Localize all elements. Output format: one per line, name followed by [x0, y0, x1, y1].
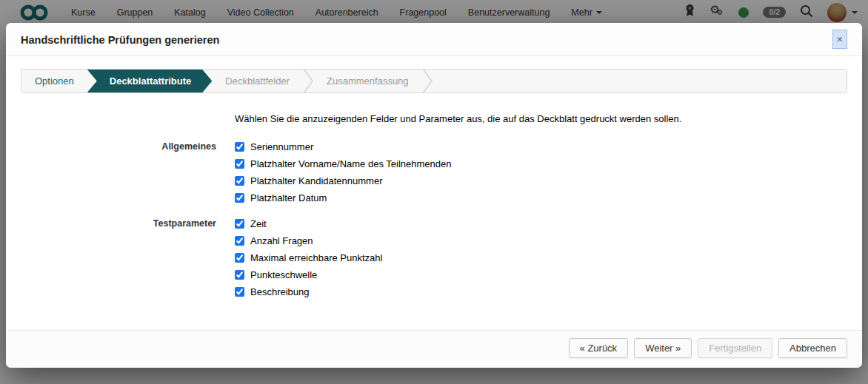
checkbox-zeit[interactable]	[235, 219, 244, 229]
wizard-step-deckblattfelder[interactable]: Deckblattfelder	[212, 70, 303, 92]
intro-text: Wählen Sie die anzuzeigenden Felder und …	[216, 113, 681, 124]
checkbox-row-anzahl-fragen: Anzahl Fragen	[235, 232, 382, 249]
checkbox-row-platzhalter-datum: Platzhalter Datum	[235, 189, 451, 206]
wizard-step-deckblattattribute[interactable]: Deckblattattribute	[87, 70, 213, 92]
back-button[interactable]: « Zurück	[569, 338, 629, 358]
checkbox-maximale-punktzahl[interactable]	[235, 253, 244, 263]
checkbox-row-platzhalter-kandidatennummer: Platzhalter Kandidatennummer	[235, 172, 451, 189]
allgemeines-options: Seriennummer Platzhalter Vorname/Name de…	[216, 138, 451, 206]
step-chevron-icon	[422, 70, 433, 92]
checkbox-beschreibung[interactable]	[235, 287, 244, 297]
section-label-allgemeines: Allgemeines	[6, 138, 216, 152]
close-button[interactable]: ×	[832, 30, 847, 49]
dialog-header: Handschriftliche Prüfungen generieren ×	[6, 23, 862, 56]
checkbox-row-punkteschwelle: Punkteschwelle	[235, 266, 382, 283]
checkbox-seriennummer[interactable]	[235, 142, 244, 152]
step-chevron-icon	[303, 70, 313, 92]
testparameter-options: Zeit Anzahl Fragen Maximal erreichbare P…	[216, 215, 382, 300]
dialog-footer: « Zurück Weiter » Fertigstellen Abbreche…	[6, 330, 862, 368]
checkbox-label: Anzahl Fragen	[250, 235, 313, 246]
checkbox-row-maximale-punktzahl: Maximal erreichbare Punktzahl	[235, 249, 382, 266]
checkbox-platzhalter-vorname[interactable]	[235, 159, 244, 169]
checkbox-label: Beschreibung	[250, 286, 310, 297]
checkbox-label: Platzhalter Vorname/Name des Teilnehmend…	[250, 158, 451, 169]
checkbox-label: Maximal erreichbare Punktzahl	[250, 252, 382, 263]
checkbox-punkteschwelle[interactable]	[235, 270, 244, 280]
finish-button: Fertigstellen	[698, 338, 772, 358]
checkbox-label: Platzhalter Datum	[250, 192, 327, 203]
cancel-button[interactable]: Abbrechen	[778, 338, 847, 358]
checkbox-anzahl-fragen[interactable]	[235, 236, 244, 246]
next-button[interactable]: Weiter »	[634, 338, 692, 358]
checkbox-label: Punkteschwelle	[250, 269, 317, 280]
generate-exams-dialog: Handschriftliche Prüfungen generieren × …	[6, 23, 862, 368]
close-icon: ×	[837, 33, 844, 45]
wizard-step-zusammenfassung[interactable]: Zusammenfassung	[313, 70, 422, 92]
wizard-steps: Optionen Deckblattattribute Deckblattfel…	[21, 69, 847, 93]
dialog-title: Handschriftliche Prüfungen generieren	[21, 34, 219, 46]
checkbox-label: Zeit	[250, 218, 267, 229]
section-label-testparameter: Testparameter	[6, 215, 216, 229]
checkbox-platzhalter-kandidatennummer[interactable]	[235, 176, 244, 186]
checkbox-row-platzhalter-vorname: Platzhalter Vorname/Name des Teilnehmend…	[235, 155, 451, 172]
checkbox-row-beschreibung: Beschreibung	[235, 283, 382, 300]
checkbox-label: Seriennummer	[250, 141, 313, 152]
checkbox-row-zeit: Zeit	[235, 215, 382, 232]
checkbox-label: Platzhalter Kandidatennummer	[250, 175, 383, 186]
checkbox-platzhalter-datum[interactable]	[235, 193, 244, 203]
checkbox-row-seriennummer: Seriennummer	[235, 138, 451, 155]
dialog-body: Wählen Sie die anzuzeigenden Felder und …	[6, 93, 862, 330]
wizard-step-optionen[interactable]: Optionen	[21, 70, 92, 92]
